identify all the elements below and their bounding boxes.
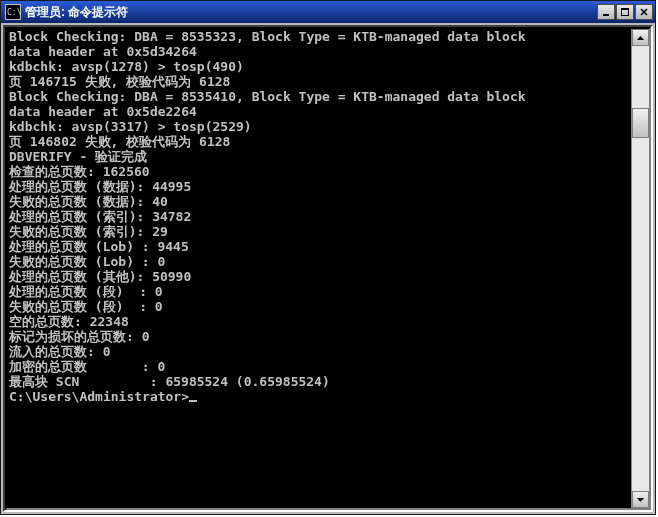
terminal-line: data header at 0x5de2264 bbox=[9, 104, 631, 119]
terminal-line: 最高块 SCN : 65985524 (0.65985524) bbox=[9, 374, 631, 389]
terminal-line: 页 146802 失败, 校验代码为 6128 bbox=[9, 134, 631, 149]
terminal-output[interactable]: Block Checking: DBA = 8535323, Block Typ… bbox=[7, 29, 631, 508]
terminal-line: 处理的总页数 (Lob) : 9445 bbox=[9, 239, 631, 254]
terminal-line: data header at 0x5d34264 bbox=[9, 44, 631, 59]
cursor bbox=[189, 400, 197, 402]
terminal-line: 处理的总页数 (数据): 44995 bbox=[9, 179, 631, 194]
terminal-line: 检查的总页数: 162560 bbox=[9, 164, 631, 179]
terminal-line: 加密的总页数 : 0 bbox=[9, 359, 631, 374]
terminal-line: Block Checking: DBA = 8535323, Block Typ… bbox=[9, 29, 631, 44]
svg-rect-0 bbox=[603, 14, 609, 16]
titlebar[interactable]: C:\ 管理员: 命令提示符 bbox=[1, 1, 655, 23]
terminal-line: 失败的总页数 (索引): 29 bbox=[9, 224, 631, 239]
title-text: 管理员: 命令提示符 bbox=[25, 4, 596, 21]
terminal-line: 处理的总页数 (索引): 34782 bbox=[9, 209, 631, 224]
terminal-line: kdbchk: avsp(3317) > tosp(2529) bbox=[9, 119, 631, 134]
svg-marker-5 bbox=[637, 36, 644, 40]
terminal-line: 处理的总页数 (段) : 0 bbox=[9, 284, 631, 299]
terminal-border: Block Checking: DBA = 8535323, Block Typ… bbox=[3, 25, 653, 512]
terminal-line: 失败的总页数 (段) : 0 bbox=[9, 299, 631, 314]
scroll-track[interactable] bbox=[632, 46, 649, 491]
terminal-line: 失败的总页数 (Lob) : 0 bbox=[9, 254, 631, 269]
window-controls bbox=[596, 4, 653, 20]
client-area: Block Checking: DBA = 8535323, Block Typ… bbox=[1, 23, 655, 514]
app-icon: C:\ bbox=[5, 4, 21, 20]
terminal-inner: Block Checking: DBA = 8535323, Block Typ… bbox=[5, 27, 651, 510]
terminal-line: DBVERIFY - 验证完成 bbox=[9, 149, 631, 164]
terminal-line: 页 146715 失败, 校验代码为 6128 bbox=[9, 74, 631, 89]
terminal-line: 标记为损坏的总页数: 0 bbox=[9, 329, 631, 344]
scroll-up-button[interactable] bbox=[632, 29, 649, 46]
terminal-line: C:\Users\Administrator> bbox=[9, 389, 631, 404]
terminal-line: 空的总页数: 22348 bbox=[9, 314, 631, 329]
maximize-button[interactable] bbox=[616, 4, 634, 20]
console-window: C:\ 管理员: 命令提示符 Block Checking: DBA = 853… bbox=[0, 0, 656, 515]
scroll-thumb[interactable] bbox=[632, 108, 649, 138]
terminal-line: Block Checking: DBA = 8535410, Block Typ… bbox=[9, 89, 631, 104]
close-button[interactable] bbox=[635, 4, 653, 20]
terminal-line: 流入的总页数: 0 bbox=[9, 344, 631, 359]
scroll-down-button[interactable] bbox=[632, 491, 649, 508]
terminal-line: 处理的总页数 (其他): 50990 bbox=[9, 269, 631, 284]
terminal-line: 失败的总页数 (数据): 40 bbox=[9, 194, 631, 209]
minimize-button[interactable] bbox=[597, 4, 615, 20]
svg-rect-2 bbox=[621, 8, 629, 10]
vertical-scrollbar[interactable] bbox=[631, 29, 649, 508]
svg-marker-6 bbox=[637, 498, 644, 502]
terminal-line: kdbchk: avsp(1278) > tosp(490) bbox=[9, 59, 631, 74]
